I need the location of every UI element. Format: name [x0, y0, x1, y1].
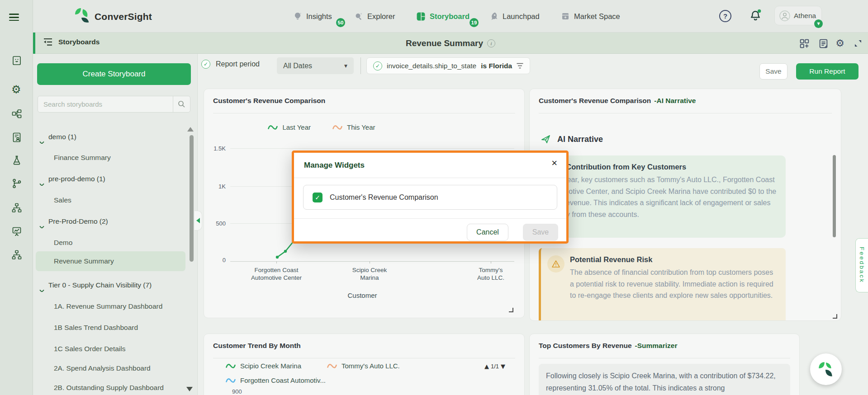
- dialog-divider: [294, 178, 566, 178]
- legend-scipio-creek-marina[interactable]: Scipio Creek Marina: [226, 362, 301, 370]
- save-button[interactable]: Save: [759, 63, 787, 80]
- y-tick-0: 0: [208, 257, 226, 263]
- chevron-down-icon: [39, 178, 44, 186]
- git-branch-icon[interactable]: [11, 178, 22, 189]
- nav-item-launchpad[interactable]: Launchpad: [489, 0, 540, 33]
- legend-forgotten-coast[interactable]: Forgotten Coast Automotiv...: [226, 376, 326, 384]
- sidebar-scroll-down-arrow[interactable]: [186, 387, 193, 391]
- y-tick-1500: 1.5K: [208, 145, 226, 152]
- notifications-button[interactable]: [749, 9, 762, 24]
- search-input[interactable]: [38, 96, 173, 112]
- sidebar-item-1a-revenue-summary-dashboard[interactable]: 1A. Revenue Summary Dashboard: [36, 300, 185, 313]
- settings-rail-icon[interactable]: ⚙: [11, 83, 22, 94]
- add-widget-button[interactable]: [799, 38, 810, 49]
- nav-item-explorer[interactable]: Explorer: [354, 0, 395, 33]
- user-name: Athena: [794, 12, 816, 20]
- info-icon[interactable]: i: [487, 39, 495, 47]
- gridline: [230, 148, 514, 149]
- sidebar-item-sales[interactable]: Sales: [36, 193, 185, 207]
- widget-title: Customer's Revenue Comparison: [213, 97, 325, 105]
- narrative-risk-card: Potential Revenue Risk The absence of fi…: [539, 248, 786, 321]
- sidebar-scroll-up-arrow[interactable]: [187, 127, 194, 132]
- nav-item-market-space[interactable]: Market Space: [561, 0, 620, 33]
- legend-last-year[interactable]: Last Year: [268, 123, 311, 131]
- close-icon[interactable]: ×: [551, 157, 557, 169]
- sidebar-scrollbar-thumb[interactable]: [190, 135, 194, 262]
- chart-legend: Last Year This Year: [231, 123, 412, 131]
- sidebar-tree-group-tier0[interactable]: Tier 0 - Supply Chain Visibility (7): [36, 278, 185, 292]
- sidebar-item-1c-sales-order-details[interactable]: 1C Sales Order Details: [36, 342, 185, 356]
- widget-divider: [539, 113, 832, 113]
- insight-body: This year, key customers such as Tommy's…: [548, 174, 777, 220]
- settings-button[interactable]: ⚙: [835, 38, 845, 49]
- report-period-filter[interactable]: ✓ Report period: [201, 60, 260, 69]
- ai-narrative-heading: AI Narrative: [541, 134, 603, 145]
- workflow-icon[interactable]: [11, 108, 22, 119]
- storyboard-search: [38, 96, 190, 113]
- hamburger-menu-button[interactable]: [9, 12, 19, 23]
- report-period-dropdown[interactable]: All Dates ▼: [277, 57, 354, 74]
- assistant-chat-button[interactable]: [810, 353, 842, 385]
- pagination-up-arrow[interactable]: ▲: [484, 363, 489, 370]
- save-button-disabled[interactable]: Save: [523, 224, 558, 241]
- x-tick: [370, 261, 370, 263]
- narrative-scrollbar-thumb[interactable]: [833, 155, 836, 237]
- chevron-down-icon: [39, 136, 44, 144]
- nav-item-insights[interactable]: Insights: [293, 0, 332, 33]
- nav-item-storyboard[interactable]: Storyboard: [416, 0, 470, 33]
- expand-arrows-icon: [854, 39, 863, 48]
- widget-resize-handle[interactable]: [509, 308, 513, 312]
- sidebar-item-2b-outstanding-supply-dashboard[interactable]: 2B. Outstanding Supply Dashboard: [36, 381, 185, 395]
- cancel-button[interactable]: Cancel: [467, 224, 508, 241]
- sidebar-tree-group-demo[interactable]: demo (1): [36, 130, 185, 144]
- flask-icon[interactable]: [11, 155, 22, 166]
- x-category-tommys: Tommy's Auto LLC.: [452, 266, 529, 282]
- help-button[interactable]: ?: [719, 10, 731, 22]
- expand-button[interactable]: [853, 38, 863, 49]
- sidebar-item-revenue-summary[interactable]: Revenue Summary: [36, 251, 185, 271]
- create-storyboard-button[interactable]: Create Storyboard: [37, 63, 191, 85]
- search-icon: [178, 100, 185, 108]
- sidebar-collapse-tab[interactable]: [194, 211, 202, 230]
- document-person-icon[interactable]: [11, 132, 22, 143]
- sidebar-tree-group-pre-prod-demo-2[interactable]: Pre-Prod-Demo (2): [36, 215, 185, 228]
- wave-icon: [226, 377, 236, 383]
- legend-this-year[interactable]: This Year: [332, 123, 375, 131]
- wave-icon: [268, 124, 278, 130]
- risk-title: Potential Revenue Risk: [570, 255, 778, 264]
- feedback-tab[interactable]: Feedback: [855, 238, 868, 292]
- ship-to-state-filter-chip[interactable]: ✓ invoice_details.ship_to_state is Flori…: [366, 57, 530, 74]
- conversight-logo-icon: [75, 7, 90, 26]
- user-menu[interactable]: Athena ▼: [774, 6, 822, 25]
- page-title-wrap: Revenue Summary i: [33, 33, 868, 54]
- pagination-down-arrow[interactable]: ▼: [501, 363, 505, 370]
- legend-pagination: ▲ 1/1 ▼: [484, 363, 505, 370]
- legend-tommys-auto[interactable]: Tommy's Auto LLC.: [327, 362, 400, 370]
- sitemap-icon[interactable]: [11, 202, 22, 213]
- presentation-chart-icon[interactable]: [11, 226, 22, 237]
- filter-funnel-icon[interactable]: [517, 63, 523, 69]
- search-sparkle-icon: [354, 12, 363, 21]
- insights-count-badge: 50: [335, 17, 346, 28]
- run-report-button[interactable]: Run Report: [796, 63, 859, 80]
- checkbox-checked-icon[interactable]: ✓: [313, 193, 323, 202]
- sidebar-item-finance-summary[interactable]: Finance Summary: [36, 151, 185, 165]
- chevron-down-icon: [39, 284, 44, 292]
- widget-checkbox-row[interactable]: ✓ Customer's Revenue Comparison: [303, 185, 557, 210]
- insight-title: Zero Contribution from Key Customers: [548, 163, 777, 171]
- sidebar-item-1b-sales-trend-dashboard[interactable]: 1B Sales Trend Dashboard: [36, 321, 185, 334]
- widget-resize-handle[interactable]: [833, 314, 837, 319]
- search-button[interactable]: [173, 96, 190, 112]
- checkbox-label: Customer's Revenue Comparison: [330, 193, 438, 202]
- hierarchy-icon[interactable]: [11, 249, 22, 260]
- sidebar-item-demo[interactable]: Demo: [36, 236, 185, 249]
- conversight-logo[interactable]: ConverSight: [75, 7, 152, 26]
- logbook-icon[interactable]: [11, 55, 22, 66]
- sidebar-tree-group-pre-prod-demo[interactable]: pre-prod-demo (1): [36, 172, 185, 186]
- notes-button[interactable]: [818, 38, 829, 49]
- conversight-leaf-icon: [817, 360, 835, 378]
- sidebar-item-2a-spend-analysis-dashboard[interactable]: 2A. Spend Analysis Dashboard: [36, 362, 185, 375]
- question-mark-icon: ?: [723, 12, 727, 20]
- dialog-title: Manage Widgets: [304, 161, 365, 170]
- top-navigation-bar: ConverSight Insights 50 Explorer Storybo…: [0, 0, 868, 33]
